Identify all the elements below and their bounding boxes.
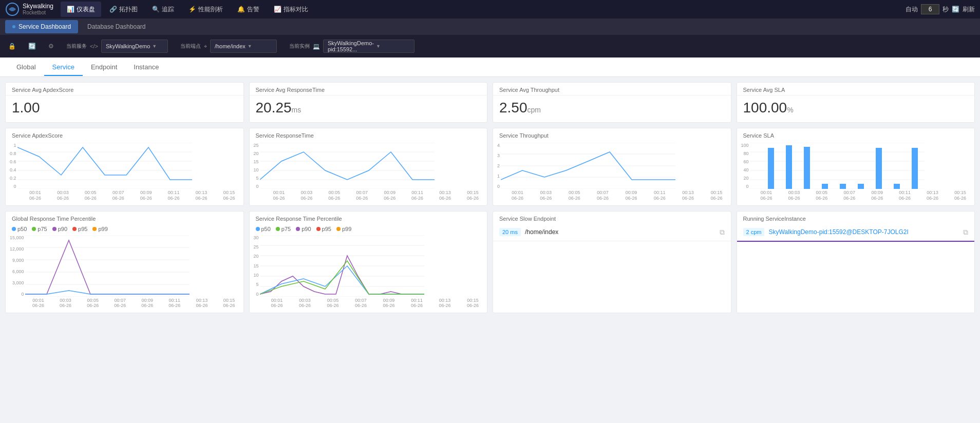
seconds-input[interactable]: [921, 4, 939, 14]
response-time-chart-title: Service ResponseTime: [250, 128, 487, 141]
service-percentile-svg: [260, 235, 424, 297]
endpoint-select[interactable]: /home/index ▼: [210, 40, 277, 53]
service-percentile-card: Service Response Time Percentile p50 p75…: [249, 211, 488, 314]
code-icon: </>: [90, 43, 98, 49]
settings-icon: ⚙: [48, 43, 54, 50]
logo-line2: Rocketbot: [23, 10, 53, 16]
throughput-svg: [501, 143, 675, 189]
svg-rect-25: [786, 145, 792, 189]
instance-copy-icon[interactable]: ⧉: [963, 228, 968, 237]
avg-throughput-value: 2.50cpm: [493, 95, 731, 122]
nav-topology[interactable]: 🔗 拓扑图: [103, 2, 144, 17]
global-percentile-legend: p50 p75 p90 p95 p99: [6, 224, 243, 233]
copy-icon[interactable]: ⧉: [720, 228, 725, 237]
running-instance-badge: 2 cpm: [743, 228, 765, 236]
dashboard-icon: 📊: [67, 6, 74, 13]
page-tab-global-label: Global: [16, 63, 36, 71]
svg-rect-28: [840, 184, 846, 189]
svg-rect-30: [876, 148, 882, 189]
page-tab-global[interactable]: Global: [8, 59, 44, 76]
throughput-chart-title: Service Throughput: [493, 128, 731, 141]
seconds-unit: 秒: [943, 5, 949, 14]
svg-rect-29: [858, 184, 864, 189]
nav-trace[interactable]: 🔍 追踪: [146, 2, 180, 17]
page-tabs: Global Service Endpoint Instance: [0, 57, 980, 77]
tab-database-dashboard[interactable]: Database Dashboard: [80, 20, 153, 33]
logo-icon: [5, 2, 20, 16]
running-instance-name: SkyWalkingDemo-pid:15592@DESKTOP-7JOLG2I: [768, 228, 959, 236]
nav-topology-label: 拓扑图: [119, 5, 138, 14]
apdex-chart-card: Service ApdexScore 1 0.8 0.6 0.4 0.2 0: [5, 128, 244, 206]
service-percentile-legend: p50 p75 p90 p95 p99: [250, 224, 487, 233]
trace-icon: 🔍: [152, 6, 160, 13]
apdex-score-card: Service Avg ApdexScore 1.00: [5, 82, 244, 123]
avg-sla-card: Service Avg SLA 100.00%: [737, 82, 975, 123]
tab-bar: Service Dashboard Database Dashboard: [0, 18, 980, 35]
endpoint-group: 当前端点 ⌖ /home/index ▼: [180, 40, 277, 53]
running-instance-item: 2 cpm SkyWalkingDemo-pid:15592@DESKTOP-7…: [737, 224, 975, 242]
legend-p99: p99: [92, 226, 107, 232]
throughput-chart-area: 4 3 2 1 0 00:0106-26 00:0306-26: [493, 141, 731, 205]
slow-endpoint-item: 20 ms /home/index ⧉: [493, 224, 731, 241]
global-percentile-svg: [25, 235, 190, 297]
nav-alerts-label: 告警: [247, 5, 259, 14]
avg-throughput-title: Service Avg Throughput: [493, 83, 731, 95]
endpoint-label: 当前端点: [180, 43, 201, 50]
sla-chart-title: Service SLA: [737, 128, 975, 141]
refresh-label: 刷新: [963, 5, 975, 14]
nav-performance[interactable]: ⚡ 性能剖析: [182, 2, 229, 17]
instance-select[interactable]: SkyWalkingDemo-pid:15592... ▼: [323, 40, 414, 53]
apdex-score-title: Service Avg ApdexScore: [6, 83, 243, 95]
slow-endpoint-title: Service Slow Endpoint: [493, 212, 731, 224]
tab-database-dashboard-label: Database Dashboard: [87, 23, 145, 30]
service-value: SkyWalkingDemo: [106, 43, 150, 49]
sla-svg: [750, 143, 925, 189]
tab-dot: [12, 25, 15, 28]
tab-service-dashboard[interactable]: Service Dashboard: [5, 20, 78, 33]
service-percentile-title: Service Response Time Percentile: [250, 212, 487, 224]
refresh-icon[interactable]: 🔄: [952, 6, 959, 13]
avg-response-value: 20.25ms: [250, 95, 487, 122]
chevron-down-icon3: ▼: [376, 44, 410, 49]
svc-legend-p95: p95: [316, 226, 331, 232]
global-percentile-card: Global Response Time Percentile p50 p75 …: [5, 211, 244, 314]
apdex-chart-area: 1 0.8 0.6 0.4 0.2 0 00:0: [6, 141, 243, 205]
charts-row: Service ApdexScore 1 0.8 0.6 0.4 0.2 0: [0, 128, 980, 211]
apdex-score-value: 1.00: [6, 95, 243, 122]
svg-rect-26: [804, 147, 810, 189]
running-instance-title: Running ServiceInstance: [737, 212, 975, 224]
avg-response-title: Service Avg ResponseTime: [250, 83, 487, 95]
page-tab-endpoint[interactable]: Endpoint: [83, 59, 125, 76]
service-percentile-area: 30 25 20 15 10 5 0: [250, 233, 487, 313]
legend-p90: p90: [52, 226, 67, 232]
service-label: 当前服务: [66, 43, 87, 50]
nav-alerts[interactable]: 🔔 告警: [231, 2, 266, 17]
nav-metrics-label: 指标对比: [284, 5, 308, 14]
page-tab-service[interactable]: Service: [44, 59, 83, 76]
metrics-row: Service Avg ApdexScore 1.00 Service Avg …: [0, 77, 980, 128]
topology-icon: 🔗: [109, 6, 117, 13]
apdex-chart-title: Service ApdexScore: [6, 128, 243, 141]
logo: Skywalking Rocketbot: [5, 2, 53, 16]
nav-metrics[interactable]: 📈 指标对比: [268, 2, 314, 17]
service-select[interactable]: SkyWalkingDemo ▼: [101, 40, 168, 53]
service-group: 当前服务 </> SkyWalkingDemo ▼: [66, 40, 168, 53]
page-tab-instance[interactable]: Instance: [125, 59, 167, 76]
refresh-toolbar-icon[interactable]: 🔄: [28, 43, 36, 50]
toolbar: 🔒 🔄 ⚙ 当前服务 </> SkyWalkingDemo ▼ 当前端点 ⌖ /…: [0, 35, 980, 57]
slow-endpoint-badge: 20 ms: [499, 228, 521, 236]
chevron-down-icon: ▼: [152, 44, 163, 49]
top-nav: Skywalking Rocketbot 📊 仪表盘 🔗 拓扑图 🔍 追踪 ⚡ …: [0, 0, 980, 18]
legend-p50: p50: [12, 226, 27, 232]
sla-chart-card: Service SLA 100 80 60 40 20 0: [737, 128, 975, 206]
tab-service-dashboard-label: Service Dashboard: [18, 23, 71, 30]
avg-sla-title: Service Avg SLA: [737, 83, 975, 95]
global-percentile-title: Global Response Time Percentile: [6, 212, 243, 224]
global-percentile-area: 15,000 12,000 9,000 6,000 3,000 0: [6, 233, 243, 313]
nav-dashboard[interactable]: 📊 仪表盘: [61, 2, 101, 17]
lock-icon: 🔒: [8, 43, 16, 50]
nav-performance-label: 性能剖析: [198, 5, 223, 14]
page-tab-service-label: Service: [52, 63, 74, 71]
page-tab-instance-label: Instance: [134, 63, 159, 71]
metrics-icon: 📈: [274, 6, 281, 13]
